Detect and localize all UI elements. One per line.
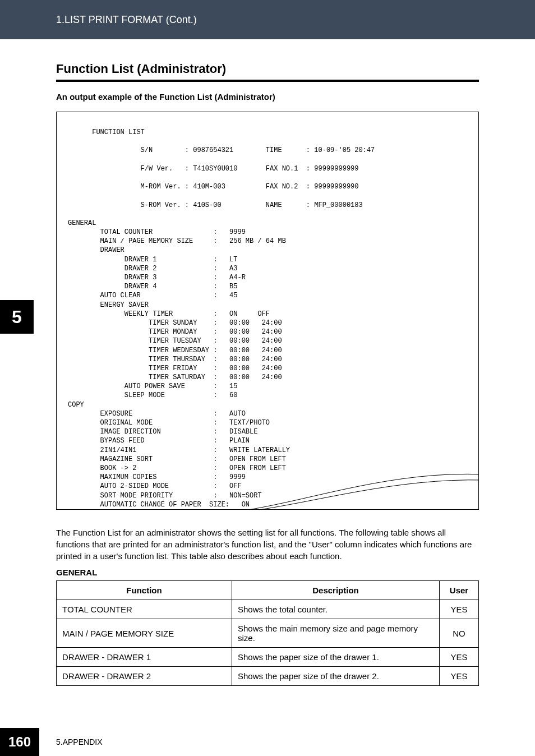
output-example-box: FUNCTION LIST S/N : 0987654321 TIME : 10… — [56, 112, 479, 510]
section-subtitle: An output example of the Function List (… — [56, 92, 479, 102]
breadcrumb: 1.LIST PRINT FORMAT (Cont.) — [56, 14, 197, 26]
td-description: Shows the paper size of the drawer 1. — [232, 648, 440, 667]
td-description: Shows the paper size of the drawer 2. — [232, 667, 440, 686]
td-user: YES — [440, 648, 479, 667]
td-description: Shows the total counter. — [232, 600, 440, 619]
table-row: DRAWER - DRAWER 2Shows the paper size of… — [57, 667, 479, 686]
page-curl-decoration — [248, 468, 479, 510]
general-label: GENERAL — [56, 568, 479, 577]
function-list-output: FUNCTION LIST S/N : 0987654321 TIME : 10… — [68, 128, 467, 510]
page-footer: 160 5.APPENDIX — [0, 728, 535, 756]
header-band: 1.LIST PRINT FORMAT (Cont.) — [0, 0, 535, 39]
th-user: User — [440, 581, 479, 600]
td-function: DRAWER - DRAWER 1 — [57, 648, 232, 667]
td-user: YES — [440, 600, 479, 619]
td-function: MAIN / PAGE MEMORY SIZE — [57, 619, 232, 648]
page-number: 160 — [0, 728, 39, 756]
chapter-tab: 5 — [0, 300, 34, 334]
th-description: Description — [232, 581, 440, 600]
table-row: TOTAL COUNTERShows the total counter.YES — [57, 600, 479, 619]
td-description: Shows the main memory size and page memo… — [232, 619, 440, 648]
td-user: YES — [440, 667, 479, 686]
table-row: DRAWER - DRAWER 1Shows the paper size of… — [57, 648, 479, 667]
function-table: Function Description User TOTAL COUNTERS… — [56, 580, 479, 686]
body-text: The Function List for an administrator s… — [56, 527, 479, 562]
section-title: Function List (Administrator) — [56, 62, 479, 82]
td-function: TOTAL COUNTER — [57, 600, 232, 619]
content-area: Function List (Administrator) An output … — [0, 39, 535, 686]
table-row: MAIN / PAGE MEMORY SIZEShows the main me… — [57, 619, 479, 648]
th-function: Function — [57, 581, 232, 600]
footer-text: 5.APPENDIX — [56, 737, 102, 746]
table-header-row: Function Description User — [57, 581, 479, 600]
td-function: DRAWER - DRAWER 2 — [57, 667, 232, 686]
td-user: NO — [440, 619, 479, 648]
